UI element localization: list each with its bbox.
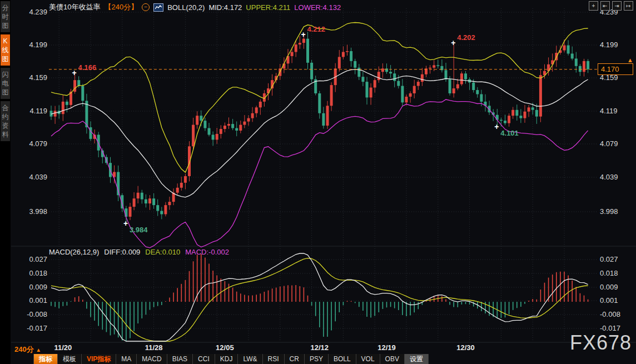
price-axis-label: 4.039 [600,173,633,182]
date-label: 12/05 [216,343,234,352]
instrument-title: 美债10年收益率 [49,2,100,12]
shift-right-icon[interactable]: ↦ [624,1,633,11]
date-label: 12/19 [377,343,396,352]
macd-dea-value: DEA:0.010 [145,248,180,256]
crosshair-marker: + [72,69,77,77]
date-label: 12/12 [311,343,329,352]
chart-type-sidebar: 分时图K线图闪电图合约资料 [0,0,11,364]
price-axis-label: 4.239 [16,8,47,17]
price-axis-label: 4.199 [600,41,633,49]
indicator-tab[interactable]: 指标 [34,354,58,364]
indicator-tab[interactable]: 设置 [405,354,429,364]
indicator-tab[interactable]: BIAS [167,354,193,364]
date-label: 12/30 [456,343,475,352]
price-axis-label: 4.199 [16,41,47,49]
timeframe-arrow-icon: ▲ [36,347,41,353]
macd-axis-label: 0.027 [600,255,633,264]
boll-lower-value: LOWER:4.132 [294,3,341,12]
macd-header: MACD(26,12,9) DIFF:0.009 DEA:0.010 MACD:… [49,248,229,256]
indicator-tab[interactable]: KDJ [215,354,238,364]
indicator-tab[interactable]: LW& [238,354,262,364]
candlestick-macd-chart[interactable] [0,0,636,364]
indicator-tab[interactable]: MA [116,354,137,364]
sidebar-item-kline-active[interactable]: K线图 [1,34,10,66]
crosshair-marker: + [494,123,499,131]
chart-style-icon[interactable] [153,3,163,12]
price-axis-label: 4.039 [16,173,47,182]
macd-axis-label: 0.001 [16,296,47,305]
price-annotation: 4.212 [307,25,325,33]
last-price-tag: 4.170 [598,63,633,75]
period-tag[interactable]: 【240分】 [104,2,138,12]
date-label: 11/28 [145,343,163,352]
indicator-tab[interactable]: CR [285,354,305,364]
indicator-tab[interactable]: OBV [380,354,405,364]
crosshair-marker: + [301,31,305,38]
macd-axis-label: 0.009 [16,283,47,292]
indicator-tab[interactable]: MACD [137,354,167,364]
indicator-tab[interactable]: PSY [305,354,329,364]
indicator-toolbar: 指标模板VIP指标MAMACDBIASCCIKDJLW&RSICRPSYBOLL… [33,354,429,364]
date-label: 11/20 [54,343,72,352]
boll-params-label: BOLL(20,2) [167,3,205,12]
indicator-tab[interactable]: 模板 [58,354,82,364]
price-axis-label: 3.998 [600,207,633,216]
kline-chart-app: 分时图K线图闪电图合约资料 美债10年收益率 【240分】 − BOLL(20,… [0,0,636,364]
price-annotation: 3.984 [130,226,148,234]
macd-axis-label: 0.018 [600,269,633,278]
indicator-tab[interactable]: VOL [356,354,380,364]
scale-axis-left-icon[interactable]: ⇤ [600,1,610,11]
price-axis-label: 4.159 [16,73,47,82]
price-up-arrow-icon: ▲ [627,57,633,63]
collapse-icon[interactable]: − [142,3,150,11]
watermark: FX678 [570,331,632,355]
boll-mid-value: MID:4.172 [208,3,242,12]
price-annotation: 4.166 [78,63,97,72]
macd-axis-label: 0.001 [600,296,633,305]
timeframe-chip[interactable]: 240分 ▲ [14,345,41,355]
price-axis-label: 4.119 [600,107,633,116]
sidebar-item-chart-type[interactable]: 分时图 [1,1,10,32]
price-annotation: 4.101 [500,129,519,137]
macd-axis-label: 0.009 [600,283,633,292]
macd-axis-label: -0.008 [16,310,47,319]
macd-axis-label: 0.027 [16,255,47,264]
timeframe-label: 240分 [14,345,34,353]
price-axis-label: 4.119 [16,107,47,116]
indicator-tab[interactable]: VIP指标 [82,354,116,364]
price-annotation: 4.202 [457,33,475,42]
macd-macd-value: MACD:-0.002 [185,248,229,256]
macd-diff-value: DIFF:0.009 [104,248,140,256]
price-axis-label: 4.079 [16,139,47,148]
indicator-tab[interactable]: CCI [193,354,215,364]
crosshair-marker: + [451,39,455,47]
macd-axis-label: 0.018 [16,269,47,278]
crosshair-marker: + [123,220,128,227]
chart-tool-icons: +⇤⇥↦ [589,1,633,11]
macd-axis-label: -0.017 [16,324,47,333]
indicator-tab[interactable]: BOLL [329,354,356,364]
indicator-tab[interactable]: RSI [263,354,285,364]
macd-axis-label: -0.008 [600,310,633,319]
pan-icon[interactable]: + [589,1,598,11]
sidebar-item-chart-type[interactable]: 合约资料 [1,101,10,141]
sidebar-item-chart-type[interactable]: 闪电图 [1,68,10,99]
scale-axis-right-icon[interactable]: ⇥ [612,1,622,11]
chart-header: 美债10年收益率 【240分】 − BOLL(20,2) MID:4.172 U… [49,2,341,12]
price-axis-label: 3.998 [16,207,47,216]
price-axis-label: 4.079 [600,139,633,148]
boll-upper-value: UPPER:4.211 [246,3,290,12]
macd-params-label: MACD(26,12,9) [49,248,99,256]
